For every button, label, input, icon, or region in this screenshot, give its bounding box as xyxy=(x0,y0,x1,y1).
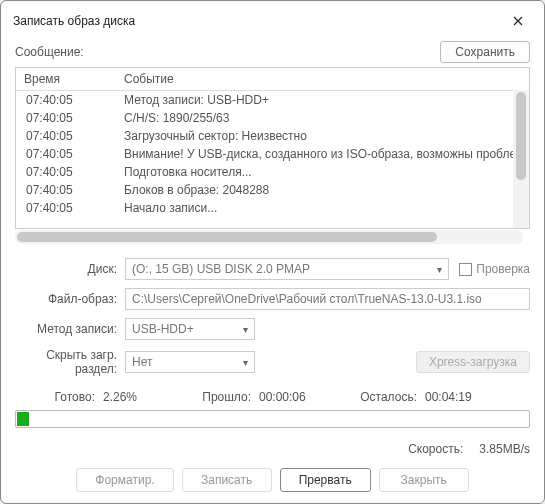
button-row: Форматир. Записать Прервать Закрыть xyxy=(15,468,530,492)
close-button: Закрыть xyxy=(379,468,469,492)
table-row: 07:40:05C/H/S: 1890/255/63 xyxy=(16,109,529,127)
save-button[interactable]: Сохранить xyxy=(440,41,530,63)
file-label: Файл-образ: xyxy=(15,292,125,306)
log-header: Время Событие xyxy=(16,68,529,91)
verify-checkbox[interactable]: Проверка xyxy=(459,262,530,276)
checkbox-icon xyxy=(459,263,472,276)
disk-label: Диск: xyxy=(15,262,125,276)
hide-label: Скрыть загр. раздел: xyxy=(15,348,125,376)
ready-value: 2.26% xyxy=(103,390,163,404)
form-grid: Диск: (O:, 15 GB) USB DISK 2.0 PMAP ▾ Пр… xyxy=(15,258,530,376)
hide-row: Нет ▾ Xpress-загрузка xyxy=(125,351,530,373)
disk-select[interactable]: (O:, 15 GB) USB DISK 2.0 PMAP ▾ xyxy=(125,258,449,280)
write-button: Записать xyxy=(182,468,272,492)
ready-label: Готово: xyxy=(15,390,95,404)
table-row: 07:40:05Загрузочный сектор: Неизвестно xyxy=(16,127,529,145)
message-row: Сообщение: Сохранить xyxy=(15,41,530,63)
remain-value: 00:04:19 xyxy=(425,390,472,404)
content-area: Сообщение: Сохранить Время Событие 07:40… xyxy=(1,41,544,503)
format-button: Форматир. xyxy=(76,468,173,492)
write-method-select[interactable]: USB-HDD+ ▾ xyxy=(125,318,255,340)
progress-labels: Готово: 2.26% Прошло: 00:00:06 Осталось:… xyxy=(15,390,530,404)
elapsed-label: Прошло: xyxy=(171,390,251,404)
titlebar: Записать образ диска xyxy=(1,1,544,41)
abort-button[interactable]: Прервать xyxy=(280,468,371,492)
scroll-thumb[interactable] xyxy=(17,232,437,242)
horizontal-scrollbar[interactable] xyxy=(15,230,523,244)
disk-row: (O:, 15 GB) USB DISK 2.0 PMAP ▾ Проверка xyxy=(125,258,530,280)
chevron-down-icon: ▾ xyxy=(437,264,442,275)
progress-bar xyxy=(15,410,530,428)
scroll-thumb[interactable] xyxy=(516,92,526,180)
chevron-down-icon: ▾ xyxy=(243,324,248,335)
remain-label: Осталось: xyxy=(337,390,417,404)
speed-label: Скорость: xyxy=(408,442,463,456)
log-body: 07:40:05Метод записи: USB-HDD+ 07:40:05C… xyxy=(16,91,529,226)
log-header-time[interactable]: Время xyxy=(16,68,116,90)
close-icon[interactable] xyxy=(500,9,536,33)
table-row: 07:40:05Блоков в образе: 2048288 xyxy=(16,181,529,199)
elapsed-value: 00:00:06 xyxy=(259,390,329,404)
progress-fill xyxy=(17,412,29,426)
file-path-field[interactable]: C:\Users\Сергей\OneDrive\Рабочий стол\Tr… xyxy=(125,288,530,310)
message-label: Сообщение: xyxy=(15,45,84,59)
speed-value: 3.85MB/s xyxy=(479,442,530,456)
vertical-scrollbar[interactable] xyxy=(513,90,529,228)
xpress-boot-button: Xpress-загрузка xyxy=(416,351,530,373)
method-row: USB-HDD+ ▾ xyxy=(125,318,530,340)
table-row: 07:40:05Начало записи... xyxy=(16,199,529,217)
log-header-event[interactable]: Событие xyxy=(116,68,529,90)
dialog-window: Записать образ диска Сообщение: Сохранит… xyxy=(0,0,545,504)
table-row: 07:40:05Метод записи: USB-HDD+ xyxy=(16,91,529,109)
hide-partition-select[interactable]: Нет ▾ xyxy=(125,351,255,373)
speed-row: Скорость: 3.85MB/s xyxy=(15,442,530,456)
table-row: 07:40:05Подготовка носителя... xyxy=(16,163,529,181)
window-title: Записать образ диска xyxy=(13,14,135,28)
table-row: 07:40:05Внимание! У USB-диска, созданног… xyxy=(16,145,529,163)
method-label: Метод записи: xyxy=(15,322,125,336)
chevron-down-icon: ▾ xyxy=(243,357,248,368)
log-list: Время Событие 07:40:05Метод записи: USB-… xyxy=(15,67,530,229)
